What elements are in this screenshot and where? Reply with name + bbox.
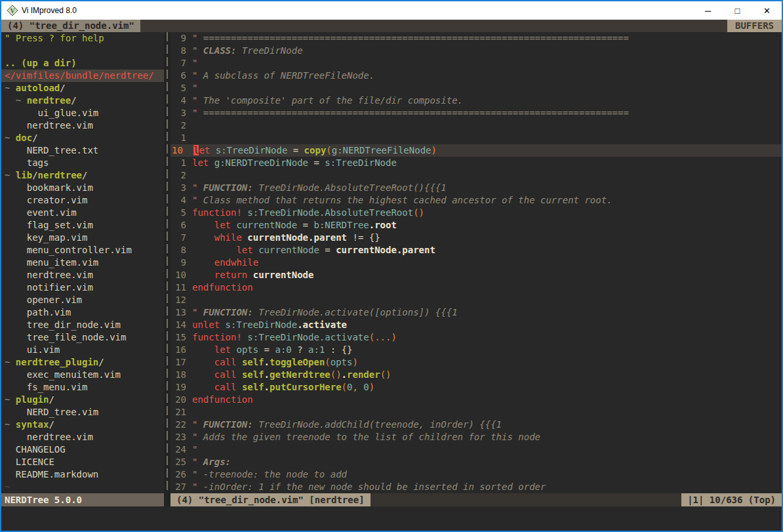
code-line[interactable]: 4" The 'composite' part of the file/dir … xyxy=(171,94,782,107)
tree-item[interactable]: ~ autoload/ xyxy=(1,82,164,94)
code-line[interactable]: 7 while currentNode.parent != {} xyxy=(171,232,782,244)
code-line[interactable]: 6 let currentNode = b:NERDTree.root xyxy=(171,219,782,232)
code-segment: while xyxy=(214,232,242,243)
code-line[interactable]: 5" xyxy=(171,82,782,94)
tree-item[interactable]: README.markdown xyxy=(1,468,164,481)
code-segment: TreeDirNode.AbsoluteTreeRoot(){{{1 xyxy=(253,182,447,193)
editor-panel[interactable]: 9" =====================================… xyxy=(171,32,782,493)
code-line[interactable]: 16 let opts = a:0 ? a:1 : {} xyxy=(171,344,782,356)
minimize-button[interactable]: ─ xyxy=(693,1,723,20)
tab-tree-dir-node[interactable]: (4) "tree_dir_node.vim" xyxy=(1,20,140,32)
code-line[interactable]: 20endfunction xyxy=(171,394,782,406)
code-segment: ) xyxy=(352,357,357,367)
tree-item[interactable]: flag_set.vim xyxy=(1,219,164,232)
tree-item[interactable]: notifier.vim xyxy=(1,281,164,294)
code-line[interactable]: 23" Adds the given treenode to the list … xyxy=(171,431,782,443)
tree-item[interactable]: " Press ? for help xyxy=(1,32,164,45)
code-text: endfunction xyxy=(192,394,782,406)
tree-item[interactable]: ~ xyxy=(1,481,164,493)
code-line[interactable]: 7" xyxy=(171,57,782,70)
code-line[interactable]: 8 let currentNode = currentNode.parent xyxy=(171,244,782,256)
tree-item[interactable]: tags xyxy=(1,157,164,169)
code-line[interactable]: 13" FUNCTION: TreeDirNode.activate([opti… xyxy=(171,306,782,319)
tree-item[interactable]: key_map.vim xyxy=(1,232,164,244)
tree-item[interactable]: ~ nerdtree_plugin/ xyxy=(1,356,164,369)
tree-item[interactable]: path.vim xyxy=(1,306,164,319)
code-segment xyxy=(209,157,214,168)
tree-item[interactable]: menu_item.vim xyxy=(1,256,164,269)
code-line[interactable]: 22" FUNCTION: TreeDirNode.addChild(treen… xyxy=(171,419,782,431)
tree-label: ~ xyxy=(5,394,16,405)
code-line[interactable]: 14unlet s:TreeDirNode.activate xyxy=(171,319,782,331)
code-line[interactable]: 1let g:NERDTreeDirNode = s:TreeDirNode xyxy=(171,157,782,169)
code-text: " FUNCTION: TreeDirNode.addChild(treenod… xyxy=(192,419,782,431)
code-line[interactable]: 24" xyxy=(171,443,782,456)
tree-item[interactable]: creator.vim xyxy=(1,194,164,207)
tree-item[interactable]: ~ doc/ xyxy=(1,132,164,144)
code-text: " Adds the given treenode to the list of… xyxy=(192,431,782,443)
tree-label: doc xyxy=(16,133,32,143)
tree-item[interactable]: bookmark.vim xyxy=(1,182,164,194)
code-line[interactable]: 9" =====================================… xyxy=(171,32,782,45)
maximize-button[interactable]: □ xyxy=(723,1,752,20)
code-line[interactable]: 17 call self.toggleOpen(opts) xyxy=(171,356,782,369)
code-line[interactable]: 18 call self.getNerdtree().render() xyxy=(171,369,782,381)
tree-item[interactable]: nerdtree.vim xyxy=(1,119,164,132)
tree-item[interactable]: nerdtree.vim xyxy=(1,269,164,281)
code-line[interactable]: 4" Class method that returns the highest… xyxy=(171,194,782,207)
code-line[interactable]: 2 xyxy=(171,169,782,182)
code-line[interactable]: 10 return currentNode xyxy=(171,269,782,281)
code-line[interactable]: 15function! s:TreeDirNode.activate(...) xyxy=(171,331,782,344)
tree-item[interactable]: ui.vim xyxy=(1,344,164,356)
tree-item[interactable]: NERD_tree.txt xyxy=(1,144,164,157)
tree-item[interactable]: tree_file_node.vim xyxy=(1,331,164,344)
code-segment: " xyxy=(192,444,197,455)
code-line[interactable]: 26" -treenode: the node to add xyxy=(171,468,782,481)
tree-item[interactable]: tree_dir_node.vim xyxy=(1,319,164,331)
code-line[interactable]: 1 xyxy=(171,132,782,144)
tree-item[interactable]: ~ nerdtree/ xyxy=(1,94,164,107)
tree-item[interactable]: LICENCE xyxy=(1,456,164,468)
code-line[interactable]: 19 call self.putCursorHere(0, 0) xyxy=(171,381,782,394)
tree-root-item[interactable]: </vimfiles/bundle/nerdtree/ xyxy=(1,70,164,82)
tree-item[interactable]: ~ syntax/ xyxy=(1,419,164,431)
code-line[interactable]: 6" A subclass of NERDTreeFileNode. xyxy=(171,70,782,82)
code-line[interactable]: 3" =====================================… xyxy=(171,107,782,119)
code-line-current[interactable]: 10let s:TreeDirNode = copy(g:NERDTreeFil… xyxy=(171,144,782,157)
code-segment: () xyxy=(413,207,424,218)
code-line[interactable]: 3" FUNCTION: TreeDirNode.AbsoluteTreeRoo… xyxy=(171,182,782,194)
close-button[interactable]: ✕ xyxy=(752,1,782,20)
code-line[interactable]: 9 endwhile xyxy=(171,256,782,269)
code-segment: . xyxy=(342,369,347,380)
code-line[interactable]: 5function! s:TreeDirNode.AbsoluteTreeRoo… xyxy=(171,207,782,219)
tree-item[interactable]: menu_controller.vim xyxy=(1,244,164,256)
code-line[interactable]: 11endfunction xyxy=(171,281,782,294)
code-segment xyxy=(192,382,214,392)
code-line[interactable]: 2 xyxy=(171,119,782,132)
tree-item[interactable]: .. (up a dir) xyxy=(1,57,164,70)
code-segment: a:0 xyxy=(275,344,291,355)
tree-item[interactable]: opener.vim xyxy=(1,294,164,306)
code-line[interactable]: 27" -inOrder: 1 if the new node should b… xyxy=(171,481,782,493)
code-line[interactable]: 12 xyxy=(171,294,782,306)
tree-item[interactable]: ~ plugin/ xyxy=(1,394,164,406)
tree-item[interactable]: fs_menu.vim xyxy=(1,381,164,394)
tree-item[interactable]: event.vim xyxy=(1,207,164,219)
code-text: while currentNode.parent != {} xyxy=(192,232,782,244)
code-line[interactable]: 21 xyxy=(171,406,782,419)
tree-item[interactable]: ~ lib/nerdtree/ xyxy=(1,169,164,182)
tree-item[interactable]: exec_menuitem.vim xyxy=(1,369,164,381)
code-segment: .root xyxy=(369,220,397,230)
line-number: 25 xyxy=(171,456,192,468)
code-segment: unlet xyxy=(192,319,220,330)
window-separator[interactable] xyxy=(164,32,171,493)
line-number: 1 xyxy=(171,157,192,169)
tree-item[interactable]: CHANGELOG xyxy=(1,443,164,456)
line-number: 9 xyxy=(171,32,192,45)
code-line[interactable]: 25" Args: xyxy=(171,456,782,468)
command-line[interactable] xyxy=(1,506,782,531)
tree-item[interactable]: NERD_tree.vim xyxy=(1,406,164,419)
tree-item[interactable]: ui_glue.vim xyxy=(1,107,164,119)
tree-item[interactable]: nerdtree.vim xyxy=(1,431,164,443)
code-line[interactable]: 8" CLASS: TreeDirNode xyxy=(171,45,782,57)
